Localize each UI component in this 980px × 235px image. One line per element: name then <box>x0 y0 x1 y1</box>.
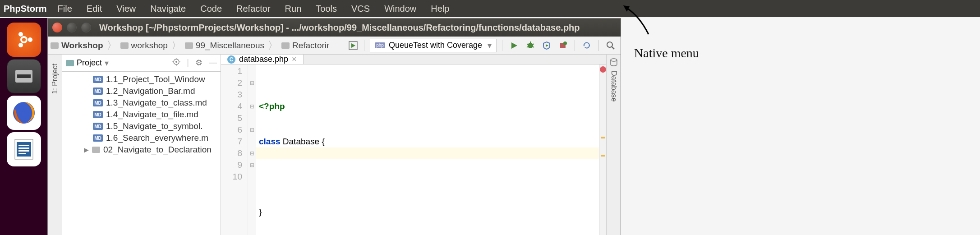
error-marker-icon[interactable] <box>600 66 606 73</box>
firefox-icon[interactable] <box>7 96 41 130</box>
right-tool-strip: Database <box>606 55 621 235</box>
fold-gutter[interactable]: ⊟ ⊟ ⊟ ⊟⊟ <box>248 65 256 235</box>
warning-marker[interactable] <box>601 155 605 157</box>
project-tool-window: Project ▾ | ⚙ — MD1.1_Project_Tool_Windo… <box>62 55 221 235</box>
update-project-button[interactable] <box>580 39 593 52</box>
app-name: PhpStorm <box>4 4 47 14</box>
svg-marker-22 <box>546 44 548 47</box>
svg-rect-8 <box>17 142 31 157</box>
coverage-button[interactable] <box>540 39 553 52</box>
markdown-icon: MD <box>93 76 103 83</box>
crumb-root[interactable]: Workshop <box>51 41 103 51</box>
expand-arrow-icon[interactable]: ▶ <box>84 146 89 153</box>
run-widget-icon[interactable] <box>348 40 359 51</box>
line-numbers: 12345678910 <box>221 65 248 235</box>
svg-marker-15 <box>511 42 517 49</box>
menu-code[interactable]: Code <box>193 4 229 14</box>
run-configuration-selector[interactable]: php QueueTest with Coverage ▾ <box>370 39 497 52</box>
chevron-right-icon: 〉 <box>103 39 120 52</box>
markdown-icon: MD <box>93 111 103 118</box>
svg-marker-25 <box>583 45 585 46</box>
window-title: Workshop [~/PhpstormProjects/Workshop] -… <box>99 23 580 33</box>
svg-rect-9 <box>18 145 29 146</box>
markdown-icon: MD <box>93 88 103 95</box>
menu-edit[interactable]: Edit <box>79 4 109 14</box>
svg-line-21 <box>533 46 534 47</box>
markdown-icon: MD <box>93 134 103 142</box>
svg-point-6 <box>13 102 35 124</box>
tree-item: MD1.1_Project_Tool_Window <box>62 74 221 85</box>
tab-database-php[interactable]: C database.php × <box>221 55 304 64</box>
tab-label: database.php <box>239 55 288 64</box>
folder-icon <box>66 60 74 66</box>
project-tree[interactable]: MD1.1_Project_Tool_Window MD1.2_Navigati… <box>62 72 221 235</box>
menu-window[interactable]: Window <box>377 4 423 14</box>
annotation-callout: Native menu <box>634 16 699 60</box>
database-icon[interactable] <box>610 58 618 68</box>
svg-point-1 <box>28 37 32 42</box>
debug-button[interactable] <box>524 39 537 52</box>
menu-navigate[interactable]: Navigate <box>143 4 193 14</box>
menu-help[interactable]: Help <box>423 4 456 14</box>
svg-rect-12 <box>18 153 26 154</box>
tree-item: MD1.4_Navigate_to_file.md <box>62 109 221 120</box>
svg-line-19 <box>533 44 534 45</box>
search-button[interactable] <box>604 39 617 52</box>
editor-tabs: C database.php × <box>221 55 606 65</box>
tree-item: MD1.2_Navigation_Bar.md <box>62 85 221 97</box>
close-tab-icon[interactable]: × <box>292 55 297 64</box>
menu-vcs[interactable]: VCS <box>344 4 377 14</box>
svg-point-26 <box>607 42 612 47</box>
close-button[interactable] <box>52 23 62 32</box>
menu-file[interactable]: File <box>51 4 79 14</box>
crumb-1[interactable]: workshop <box>120 41 168 51</box>
project-panel-title[interactable]: Project ▾ <box>66 58 109 68</box>
svg-point-0 <box>21 37 27 42</box>
svg-point-3 <box>18 43 23 47</box>
folder-icon <box>281 42 290 49</box>
folder-icon <box>92 147 100 153</box>
code-editor[interactable]: 12345678910 ⊟ ⊟ ⊟ ⊟⊟ <?php class Databas… <box>221 65 606 235</box>
project-tool-button[interactable]: 1: Project <box>51 64 59 94</box>
maximize-button[interactable] <box>81 23 91 32</box>
markdown-icon: MD <box>93 99 103 106</box>
tree-item: MD1.3_Navigate_to_class.md <box>62 97 221 109</box>
left-tool-strip: 1: Project <box>48 55 62 235</box>
annotation-arrow-icon <box>621 3 658 39</box>
menu-run[interactable]: Run <box>278 4 309 14</box>
svg-point-34 <box>611 59 617 61</box>
svg-line-27 <box>612 47 614 49</box>
code-content[interactable]: <?php class Database { } /** * Ensures d… <box>256 65 599 235</box>
svg-point-24 <box>563 41 567 45</box>
stop-button[interactable] <box>557 39 569 52</box>
minimize-button[interactable] <box>67 23 77 32</box>
crumb-2[interactable]: 99_Miscellaneous <box>185 41 264 51</box>
warning-marker[interactable] <box>601 137 605 138</box>
titlebar: Workshop [~/PhpstormProjects/Workshop] -… <box>48 18 621 37</box>
menu-tools[interactable]: Tools <box>308 4 344 14</box>
database-tool-button[interactable]: Database <box>610 71 618 102</box>
crumb-3[interactable]: Refactorir <box>281 41 329 51</box>
svg-rect-10 <box>18 147 29 149</box>
tree-item: ▶02_Navigate_to_Declaration <box>62 144 221 156</box>
run-config-label: QueueTest with Coverage <box>389 41 482 50</box>
error-stripe[interactable] <box>599 65 606 235</box>
menu-refactor[interactable]: Refactor <box>229 4 278 14</box>
folder-icon <box>120 42 129 49</box>
dash-icon[interactable] <box>7 23 41 57</box>
svg-line-20 <box>527 46 528 47</box>
hide-icon[interactable]: — <box>209 58 217 68</box>
svg-marker-14 <box>351 43 355 48</box>
php-icon: php <box>375 42 385 48</box>
ubuntu-launcher <box>0 18 47 235</box>
tree-item: MD1.5_Navigate_to_symbol. <box>62 120 221 132</box>
run-button[interactable] <box>508 39 520 52</box>
files-icon[interactable] <box>7 59 41 93</box>
divider: | <box>187 58 189 68</box>
gear-icon[interactable]: ⚙ <box>195 58 202 68</box>
menu-view[interactable]: View <box>109 4 143 14</box>
annotation-text: Native menu <box>634 46 699 60</box>
locate-icon[interactable] <box>172 58 180 68</box>
class-icon: C <box>227 55 235 64</box>
libreoffice-writer-icon[interactable] <box>7 132 41 166</box>
